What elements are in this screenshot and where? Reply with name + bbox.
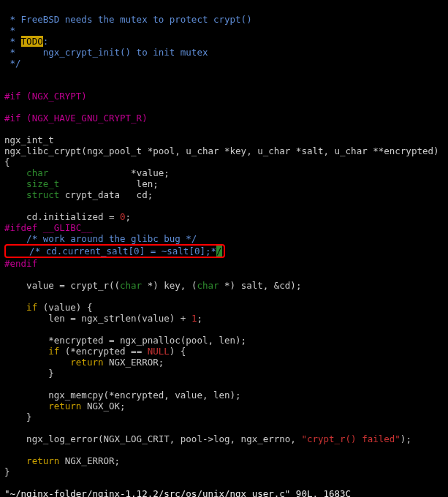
stmt: return NGX_ERROR; xyxy=(4,455,120,466)
comment-line: * xyxy=(4,25,15,36)
highlighted-line: /* cd.current_salt[0] = ~salt[0];*/ xyxy=(4,246,225,257)
stmt: if (*encrypted == NULL) { xyxy=(4,346,186,357)
preproc-ifdef: #ifdef __GLIBC__ xyxy=(4,222,92,233)
comment-line: * TODO: xyxy=(4,36,48,47)
preproc-if: #if (NGX_HAVE_GNU_CRYPT_R) xyxy=(4,113,148,124)
stmt: return NGX_OK; xyxy=(4,401,126,411)
return-type: ngx_int_t xyxy=(4,134,54,145)
comment-line: * FreeBSD needs the mutex to protect cry… xyxy=(4,14,252,25)
var-decl: size_t len; xyxy=(4,178,159,189)
var-decl: char *value; xyxy=(4,167,170,178)
stmt: len = ngx_strlen(value) + 1; xyxy=(4,313,202,324)
fn-signature: ngx_libc_crypt(ngx_pool_t *pool, u_char … xyxy=(4,145,439,156)
stmt: if (value) { xyxy=(4,302,92,313)
status-line: "~/nginx-folder/nginx-1.12.2/src/os/unix… xyxy=(4,482,351,497)
brace: } xyxy=(4,411,32,422)
stmt: ngx_memcpy(*encrypted, value, len); xyxy=(4,390,241,401)
todo-tag: TODO xyxy=(21,36,43,47)
preproc-endif: #endif xyxy=(4,258,37,269)
stmt: value = crypt_r((char *) key, (char *) s… xyxy=(4,280,301,291)
brace: } xyxy=(4,466,10,477)
preproc-if: #if (NGX_CRYPT) xyxy=(4,91,87,102)
cursor: / xyxy=(216,246,222,257)
stmt: ngx_log_error(NGX_LOG_CRIT, pool->log, n… xyxy=(4,433,411,444)
stmt: cd.initialized = 0; xyxy=(4,211,131,222)
stmt: *encrypted = ngx_pnalloc(pool, len); xyxy=(4,335,246,346)
brace: } xyxy=(4,368,54,379)
comment-line: */ xyxy=(4,58,21,69)
comment-line: * ngx_crypt_init() to init mutex xyxy=(4,47,208,58)
brace: { xyxy=(4,156,10,167)
code-editor[interactable]: * FreeBSD needs the mutex to protect cry… xyxy=(0,0,448,497)
stmt: return NGX_ERROR; xyxy=(4,357,164,368)
comment-line: /* work around the glibc bug */ xyxy=(4,233,197,244)
var-decl: struct crypt_data cd; xyxy=(4,189,153,200)
